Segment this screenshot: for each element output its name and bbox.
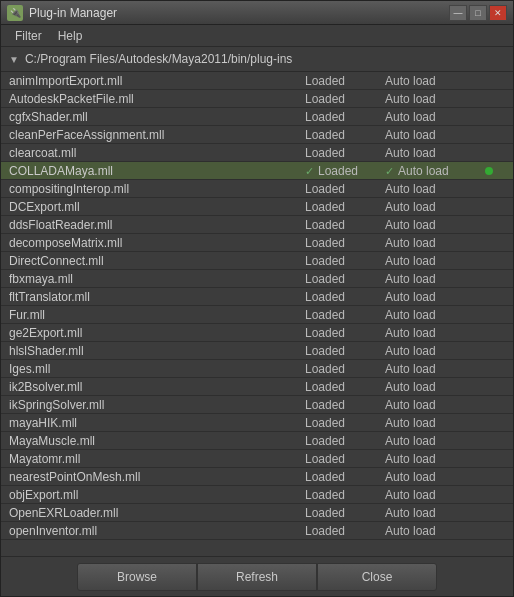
minimize-button[interactable]: — [449,5,467,21]
loaded-status-text: Loaded [305,362,345,376]
plugin-row[interactable]: clearcoat.mllLoadedAuto load [1,144,513,162]
plugin-row[interactable]: hlslShader.mllLoadedAuto load [1,342,513,360]
plugin-autoload-cell[interactable]: Auto load [385,452,485,466]
loaded-status-text: Loaded [305,308,345,322]
menu-filter[interactable]: Filter [7,27,50,45]
plugin-autoload-cell[interactable]: Auto load [385,200,485,214]
plugin-loaded-cell[interactable]: Loaded [305,110,385,124]
plugin-autoload-cell[interactable]: Auto load [385,110,485,124]
plugin-autoload-cell[interactable]: Auto load [385,218,485,232]
plugin-row[interactable]: ikSpringSolver.mllLoadedAuto load [1,396,513,414]
plugin-loaded-cell[interactable]: Loaded [305,452,385,466]
plugin-autoload-cell[interactable]: Auto load [385,128,485,142]
plugin-loaded-cell[interactable]: Loaded [305,236,385,250]
plugin-loaded-cell[interactable]: Loaded [305,344,385,358]
plugin-name: mayaHIK.mll [9,416,305,430]
plugin-row[interactable]: COLLADAMaya.mll✓Loaded✓Auto load [1,162,513,180]
plugin-row[interactable]: AutodeskPacketFile.mllLoadedAuto load [1,90,513,108]
plugin-loaded-cell[interactable]: Loaded [305,254,385,268]
plugin-row[interactable]: cleanPerFaceAssignment.mllLoadedAuto loa… [1,126,513,144]
plugin-row[interactable]: Mayatomr.mllLoadedAuto load [1,450,513,468]
title-bar-buttons: — □ ✕ [449,5,507,21]
plugin-autoload-cell[interactable]: Auto load [385,272,485,286]
plugin-loaded-cell[interactable]: Loaded [305,92,385,106]
menu-help[interactable]: Help [50,27,91,45]
plugin-autoload-cell[interactable]: Auto load [385,74,485,88]
plugin-row[interactable]: decomposeMatrix.mllLoadedAuto load [1,234,513,252]
plugin-row[interactable]: DirectConnect.mllLoadedAuto load [1,252,513,270]
plugin-autoload-cell[interactable]: Auto load [385,470,485,484]
plugin-row[interactable]: OpenEXRLoader.mllLoadedAuto load [1,504,513,522]
plugin-row[interactable]: Fur.mllLoadedAuto load [1,306,513,324]
plugin-autoload-cell[interactable]: ✓Auto load [385,164,485,178]
plugin-row[interactable]: mayaHIK.mllLoadedAuto load [1,414,513,432]
loaded-status-text: Loaded [305,272,345,286]
plugin-name: hlslShader.mll [9,344,305,358]
plugin-loaded-cell[interactable]: Loaded [305,200,385,214]
plugin-row[interactable]: ddsFloatReader.mllLoadedAuto load [1,216,513,234]
plugin-loaded-cell[interactable]: Loaded [305,524,385,538]
plugin-loaded-cell[interactable]: Loaded [305,308,385,322]
plugin-autoload-cell[interactable]: Auto load [385,146,485,160]
plugin-row[interactable]: ge2Export.mllLoadedAuto load [1,324,513,342]
autoload-text: Auto load [385,290,436,304]
plugin-autoload-cell[interactable]: Auto load [385,524,485,538]
plugin-row[interactable]: fbxmaya.mllLoadedAuto load [1,270,513,288]
maximize-button[interactable]: □ [469,5,487,21]
plugin-loaded-cell[interactable]: Loaded [305,146,385,160]
plugin-loaded-cell[interactable]: Loaded [305,380,385,394]
loaded-status-text: Loaded [305,488,345,502]
plugin-loaded-cell[interactable]: Loaded [305,326,385,340]
plugin-name: DCExport.mll [9,200,305,214]
plugin-loaded-cell[interactable]: Loaded [305,362,385,376]
plugin-autoload-cell[interactable]: Auto load [385,506,485,520]
plugin-autoload-cell[interactable]: Auto load [385,434,485,448]
plugin-row[interactable]: compositingInterop.mllLoadedAuto load [1,180,513,198]
close-button[interactable]: Close [317,563,437,591]
plugin-name: AutodeskPacketFile.mll [9,92,305,106]
plugin-row[interactable]: Iges.mllLoadedAuto load [1,360,513,378]
plugin-row[interactable]: MayaMuscle.mllLoadedAuto load [1,432,513,450]
autoload-text: Auto load [385,506,436,520]
plugin-loaded-cell[interactable]: Loaded [305,218,385,232]
plugin-loaded-cell[interactable]: Loaded [305,416,385,430]
plugin-loaded-cell[interactable]: Loaded [305,470,385,484]
plugin-row[interactable]: cgfxShader.mllLoadedAuto load [1,108,513,126]
plugin-row[interactable]: ik2Bsolver.mllLoadedAuto load [1,378,513,396]
plugin-row[interactable]: fltTranslator.mllLoadedAuto load [1,288,513,306]
plugin-autoload-cell[interactable]: Auto load [385,308,485,322]
plugin-loaded-cell[interactable]: Loaded [305,398,385,412]
plugin-loaded-cell[interactable]: Loaded [305,128,385,142]
plugin-autoload-cell[interactable]: Auto load [385,182,485,196]
plugin-loaded-cell[interactable]: ✓Loaded [305,164,385,178]
plugin-autoload-cell[interactable]: Auto load [385,344,485,358]
plugin-row[interactable]: nearestPointOnMesh.mllLoadedAuto load [1,468,513,486]
plugin-row[interactable]: animImportExport.mllLoadedAuto load [1,72,513,90]
plugin-row[interactable]: DCExport.mllLoadedAuto load [1,198,513,216]
plugin-autoload-cell[interactable]: Auto load [385,92,485,106]
plugin-autoload-cell[interactable]: Auto load [385,290,485,304]
browse-button[interactable]: Browse [77,563,197,591]
plugin-autoload-cell[interactable]: Auto load [385,416,485,430]
plugin-autoload-cell[interactable]: Auto load [385,236,485,250]
plugin-loaded-cell[interactable]: Loaded [305,488,385,502]
plugin-loaded-cell[interactable]: Loaded [305,434,385,448]
loaded-status-text: Loaded [305,326,345,340]
plugin-loaded-cell[interactable]: Loaded [305,74,385,88]
plugin-loaded-cell[interactable]: Loaded [305,272,385,286]
plugin-row[interactable]: openInventor.mllLoadedAuto load [1,522,513,540]
plugin-loaded-cell[interactable]: Loaded [305,182,385,196]
plugin-list[interactable]: animImportExport.mllLoadedAuto loadAutod… [1,72,513,556]
refresh-button[interactable]: Refresh [197,563,317,591]
plugin-autoload-cell[interactable]: Auto load [385,254,485,268]
plugin-autoload-cell[interactable]: Auto load [385,326,485,340]
plugin-loaded-cell[interactable]: Loaded [305,290,385,304]
expand-arrow[interactable]: ▼ [9,54,19,65]
plugin-autoload-cell[interactable]: Auto load [385,380,485,394]
plugin-autoload-cell[interactable]: Auto load [385,398,485,412]
plugin-autoload-cell[interactable]: Auto load [385,362,485,376]
close-window-button[interactable]: ✕ [489,5,507,21]
plugin-loaded-cell[interactable]: Loaded [305,506,385,520]
plugin-autoload-cell[interactable]: Auto load [385,488,485,502]
plugin-row[interactable]: objExport.mllLoadedAuto load [1,486,513,504]
